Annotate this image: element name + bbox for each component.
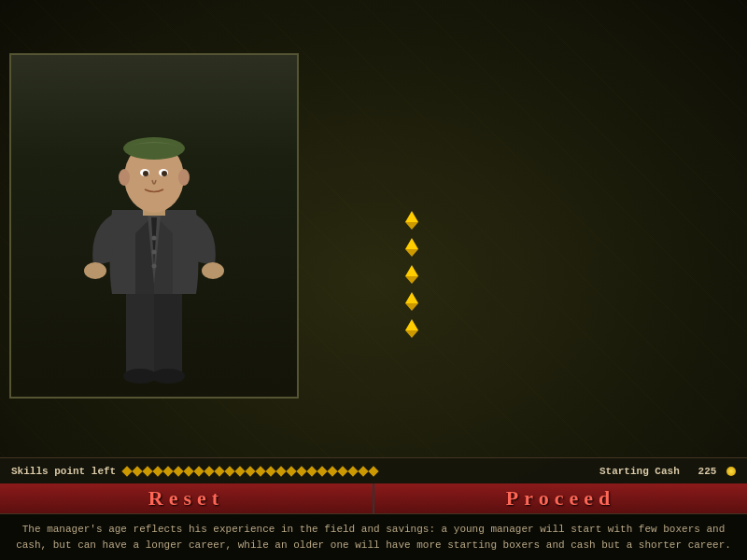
- skill-point-dots: [116, 468, 599, 475]
- proceed-button[interactable]: Proceed: [374, 483, 747, 513]
- skill-luck-indicator: [405, 316, 686, 333]
- svg-point-4: [151, 369, 185, 384]
- skill-scouting-indicator: [405, 235, 686, 252]
- skill-point-dot: [359, 466, 369, 476]
- svg-point-18: [152, 264, 157, 269]
- svg-point-6: [202, 262, 224, 279]
- skill-point-dot: [133, 466, 143, 476]
- skill-point-dot: [215, 466, 225, 476]
- bottom-stats-bar: Skills point left Starting Cash 225: [0, 457, 747, 485]
- svg-point-17: [152, 250, 157, 255]
- skill-point-dot: [235, 466, 246, 476]
- svg-point-16: [152, 236, 157, 241]
- skills-left-label: Skills point left: [11, 466, 116, 477]
- svg-point-15: [178, 169, 190, 186]
- reset-button[interactable]: Reset: [0, 483, 374, 513]
- svg-point-14: [119, 169, 130, 186]
- skill-point-dot: [174, 466, 184, 476]
- character-portrait: [11, 55, 297, 397]
- skill-point-dot: [317, 466, 328, 476]
- skill-point-dot: [163, 466, 174, 476]
- skill-charisma-diamond: [405, 265, 418, 276]
- skill-point-dot: [143, 466, 153, 476]
- skill-point-dot: [348, 466, 359, 476]
- skill-point-dot: [297, 466, 307, 476]
- skill-point-dot: [338, 466, 348, 476]
- skill-charisma-indicator: [405, 262, 686, 279]
- skill-point-dot: [256, 466, 266, 476]
- portrait-panel: [9, 53, 299, 399]
- skill-point-dot: [307, 466, 317, 476]
- skill-point-dot: [225, 466, 235, 476]
- svg-point-9: [123, 137, 185, 160]
- skill-training-diamond: [405, 211, 418, 222]
- skill-negotiating-indicator: [405, 289, 686, 306]
- skill-point-dot: [266, 466, 276, 476]
- skill-point-dot: [204, 466, 215, 476]
- svg-point-13: [162, 171, 167, 176]
- skill-point-dot: [194, 466, 204, 476]
- skill-point-dot: [328, 466, 338, 476]
- cash-coin-icon: [726, 467, 736, 476]
- skill-point-dot: [369, 466, 379, 476]
- starting-cash-display: Starting Cash 225: [599, 466, 736, 477]
- skill-point-dot: [246, 466, 256, 476]
- skill-point-dot: [122, 466, 133, 476]
- svg-point-5: [84, 262, 106, 279]
- skill-point-dot: [287, 466, 297, 476]
- skill-point-dot: [276, 466, 287, 476]
- info-text-bar: The manager's age reflects his experienc…: [0, 513, 747, 560]
- skill-point-dot: [153, 466, 163, 476]
- skill-training-indicator: [405, 208, 686, 225]
- main-container: Create New Manager: [0, 0, 747, 560]
- skill-scouting-diamond: [405, 238, 418, 249]
- svg-point-12: [143, 171, 148, 176]
- skill-negotiating-diamond: [405, 292, 418, 303]
- svg-rect-1: [126, 285, 154, 378]
- skill-luck-diamond: [405, 319, 418, 330]
- skill-point-dot: [184, 466, 194, 476]
- svg-rect-2: [154, 285, 182, 378]
- info-text: The manager's age reflects his experienc…: [11, 522, 736, 553]
- action-buttons: Reset Proceed: [0, 483, 747, 513]
